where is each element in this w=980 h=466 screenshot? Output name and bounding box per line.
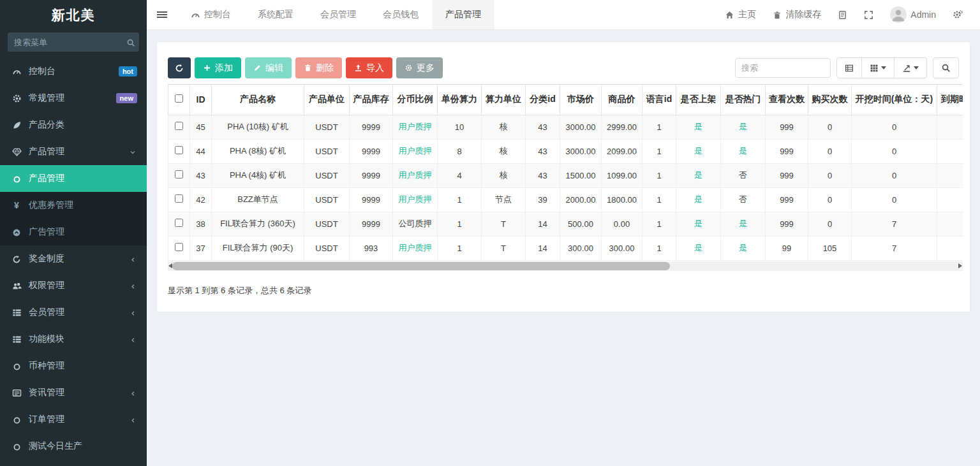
cell-category-id: 43 [526,139,560,163]
row-checkbox[interactable] [175,146,183,154]
sidebar-item-order-management[interactable]: 订单管理 [0,406,147,433]
cell-is-hot[interactable]: 是 [721,236,766,260]
column-header-category-id: 分类id [526,85,560,115]
sidebar-item-product-management-sub[interactable]: 产品管理 [0,165,147,192]
cell-id: 37 [190,236,212,260]
tab-dashboard[interactable]: 控制台 [177,0,244,29]
cell-unit: USDT [304,236,350,260]
sidebar-item-product-management[interactable]: 产品管理 [0,138,147,165]
sidebar-search-input[interactable] [14,38,126,47]
cell-market-price: 1500.00 [560,163,602,187]
add-button[interactable]: 添加 [195,57,241,78]
cell-on-shelf[interactable]: 是 [676,163,721,187]
sidebar-item-product-category[interactable]: 产品分类 [0,112,147,138]
tab-member-wallet[interactable]: 会员钱包 [369,0,432,29]
cell-goods-price: 1099.00 [602,163,642,187]
fullscreen-icon[interactable] [856,10,882,20]
cell-ratio[interactable]: 用户质押 [393,115,438,139]
row-checkbox[interactable] [175,194,183,203]
sidebar-item-coupon-management[interactable]: ¥ 优惠券管理 [0,192,147,219]
leaf-icon [10,120,24,131]
sidebar-item-bonus-system[interactable]: 奖金制度 [0,245,147,272]
row-checkbox[interactable] [175,219,183,227]
cell-id: 44 [190,139,212,163]
table-search-input[interactable] [735,58,831,78]
user-menu[interactable]: Admin [882,6,944,23]
cell-ratio[interactable]: 用户质押 [393,139,438,163]
cell-is-hot[interactable]: 是 [721,115,766,139]
cell-on-shelf[interactable]: 是 [676,139,721,163]
sidebar-item-dashboard[interactable]: 控制台 hot [0,58,147,85]
refresh-button[interactable] [168,57,191,78]
home-link[interactable]: 主页 [716,9,764,20]
row-checkbox[interactable] [175,170,183,178]
cell-on-shelf[interactable]: 是 [676,236,721,260]
columns-button[interactable] [862,57,895,78]
sidebar-item-general[interactable]: 常规管理 new [0,85,147,112]
sidebar-item-function-modules[interactable]: 功能模块 [0,326,147,353]
cell-ratio[interactable]: 用户质押 [393,163,438,187]
cell-ratio[interactable]: 用户质押 [393,236,438,260]
settings-gear-icon[interactable] [944,10,971,20]
sidebar-item-news-management[interactable]: 资讯管理 [0,379,147,406]
top-navbar: 控制台 系统配置 会员管理 会员钱包 产品管理 主页 清除缓存 [147,0,980,30]
select-all-header [168,85,190,115]
hamburger-icon[interactable] [147,0,177,29]
product-table: ID产品名称产品单位产品库存分币比例单份算力算力单位分类id市场价商品价语言id… [168,85,963,261]
more-button[interactable]: 更多 [396,57,443,78]
sidebar-item-currency-management[interactable]: 币种管理 [0,353,147,379]
table-row: 43PHA (4核) 矿机USDT9999用户质押4核431500.001099… [168,163,963,187]
table-header-row: ID产品名称产品单位产品库存分币比例单份算力算力单位分类id市场价商品价语言id… [168,85,963,115]
tab-system-config[interactable]: 系统配置 [244,0,307,29]
row-checkbox[interactable] [175,243,183,251]
new-badge: new [116,93,137,103]
edit-button[interactable]: 编辑 [245,57,292,78]
scroll-right-arrow-icon[interactable] [958,263,962,268]
clear-cache-link[interactable]: 清除缓存 [764,9,829,20]
product-panel: 添加 编辑 删除 导入 更多 [156,41,970,312]
sidebar-item-member-management[interactable]: 会员管理 [0,299,147,326]
cell-power: 1 [438,236,482,260]
cell-is-hot[interactable]: 是 [721,139,766,163]
column-header-power-unit: 算力单位 [482,85,526,115]
cell-on-shelf[interactable]: 是 [676,187,721,212]
detail-view-button[interactable] [836,57,862,78]
select-all-checkbox[interactable] [175,94,183,103]
cell-mine-days: 7 [852,212,937,236]
cell-ratio[interactable]: 公司质押 [393,212,438,236]
tab-member-management[interactable]: 会员管理 [307,0,369,29]
horizontal-scrollbar[interactable] [168,261,963,271]
tab-product-management[interactable]: 产品管理 [432,0,494,29]
column-header-lang-id: 语言id [642,85,676,115]
cell-is-hot[interactable]: 是 [721,212,766,236]
sidebar-item-label: 权限管理 [29,280,128,291]
sidebar-item-permission-management[interactable]: 权限管理 [0,272,147,299]
cell-lang-id: 1 [642,187,676,212]
scrollbar-thumb[interactable] [172,262,670,270]
sidebar-item-label: 会员管理 [29,307,128,318]
cell-power-unit: 节点 [482,187,526,212]
main-area: 控制台 系统配置 会员管理 会员钱包 产品管理 主页 清除缓存 [147,0,980,466]
cell-on-shelf[interactable]: 是 [676,212,721,236]
cell-mine-days: 0 [852,115,937,139]
cell-on-shelf[interactable]: 是 [676,115,721,139]
cell-lang-id: 1 [642,163,676,187]
cell-ratio[interactable]: 用户质押 [393,187,438,212]
sidebar-item-label: 订单管理 [29,414,128,425]
export-button[interactable] [895,57,927,78]
sidebar-item-ad-management[interactable]: 广告管理 [0,219,147,245]
row-checkbox[interactable] [175,122,183,130]
cell-is-hot[interactable]: 否 [721,163,766,187]
cell-name: PHA (4核) 矿机 [212,163,304,187]
sidebar-item-test-today-production[interactable]: 测试今日生产 [0,433,147,460]
clear-cache-label: 清除缓存 [785,9,821,20]
sidebar-item-label: 产品管理 [29,146,128,157]
search-button[interactable] [933,57,959,78]
cell-unit: USDT [304,212,350,236]
add-button-label: 添加 [215,62,233,74]
cell-is-hot[interactable]: 否 [721,187,766,212]
language-file-icon[interactable] [829,10,856,20]
delete-button[interactable]: 删除 [295,57,342,78]
import-button[interactable]: 导入 [346,57,392,78]
recycle-icon [10,254,24,264]
